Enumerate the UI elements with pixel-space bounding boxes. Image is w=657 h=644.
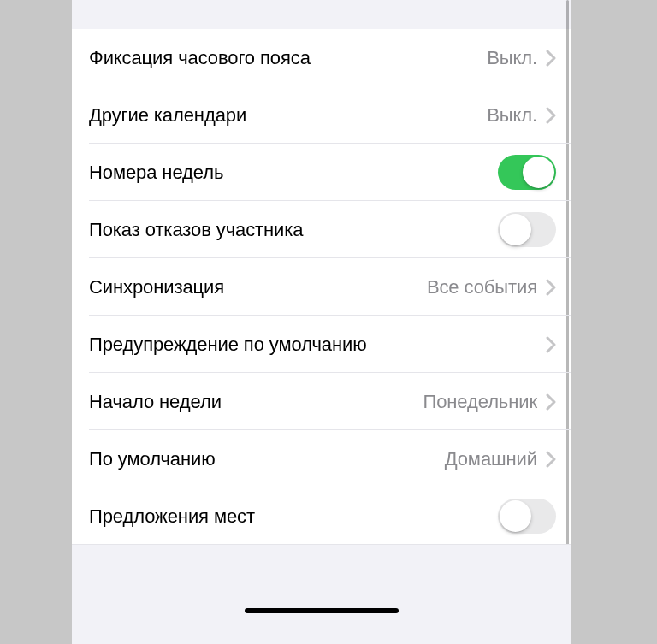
row-label: Синхронизация [89, 276, 427, 298]
row-label: Предложения мест [89, 505, 498, 528]
chevron-right-icon [546, 393, 556, 411]
chevron-right-icon [546, 107, 556, 124]
row-label: Другие календари [89, 104, 487, 127]
toggle-knob [500, 214, 531, 245]
row-label: Начало недели [89, 391, 423, 413]
toggle-week-numbers[interactable] [498, 155, 556, 190]
row-value: Выкл. [487, 104, 537, 127]
row-label: Показ отказов участника [89, 219, 498, 241]
chevron-right-icon [546, 50, 556, 67]
row-value: Понедельник [423, 391, 537, 413]
header-space [72, 0, 571, 29]
row-label: Предупреждение по умолчанию [89, 334, 546, 356]
row-value: Домашний [445, 448, 537, 470]
row-start-week[interactable]: Начало недели Понедельник [72, 373, 571, 430]
row-value: Все события [427, 276, 537, 298]
row-label: Фиксация часового пояса [89, 47, 487, 69]
chevron-right-icon [546, 279, 556, 296]
toggle-location-suggestions[interactable] [498, 499, 556, 534]
chevron-right-icon [546, 451, 556, 468]
row-sync[interactable]: Синхронизация Все события [72, 258, 571, 316]
chevron-right-icon [546, 336, 556, 353]
row-show-declined: Показ отказов участника [72, 201, 571, 258]
row-week-numbers: Номера недель [72, 144, 571, 201]
row-location-suggestions: Предложения мест [72, 487, 571, 545]
toggle-knob [500, 500, 531, 532]
footer-space [72, 545, 571, 622]
row-alternate-calendars[interactable]: Другие календари Выкл. [72, 86, 571, 144]
settings-screen: Фиксация часового пояса Выкл. Другие кал… [72, 0, 571, 644]
row-value: Выкл. [487, 47, 537, 69]
toggle-show-declined[interactable] [498, 212, 556, 247]
row-default-calendar[interactable]: По умолчанию Домашний [72, 430, 571, 487]
row-default-alert[interactable]: Предупреждение по умолчанию [72, 316, 571, 373]
row-timezone-override[interactable]: Фиксация часового пояса Выкл. [72, 29, 571, 86]
row-label: По умолчанию [89, 448, 445, 470]
settings-list: Фиксация часового пояса Выкл. Другие кал… [72, 29, 571, 545]
home-indicator[interactable] [245, 608, 399, 613]
toggle-knob [523, 157, 554, 188]
row-label: Номера недель [89, 162, 498, 184]
